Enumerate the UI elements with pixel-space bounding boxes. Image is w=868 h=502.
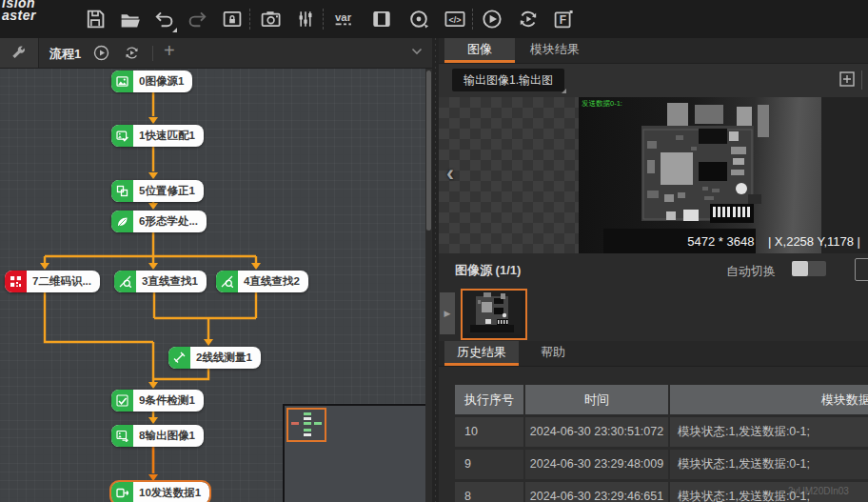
format-icon[interactable]: F — [552, 8, 575, 30]
table-row-cell[interactable]: 2024-06-30 23:30:51:072 — [525, 417, 668, 447]
tab-history-results[interactable]: 历史结果 — [444, 341, 519, 366]
minimap-node — [304, 433, 311, 436]
flow-node-morphology[interactable]: 6形态学处... — [111, 211, 207, 232]
camera-icon[interactable] — [259, 8, 282, 30]
minimap-node — [291, 422, 299, 425]
tab-help[interactable]: 帮助 — [526, 341, 580, 366]
undo-dropdown-fold[interactable] — [172, 28, 177, 32]
overlay-annotation: 发送数据0-1: — [582, 99, 622, 109]
run-icon[interactable] — [481, 8, 503, 30]
right-panel: 图像 模块结果 输出图像1.输出图 — [439, 38, 868, 502]
io-module-icon[interactable] — [370, 8, 393, 30]
table-row-cell[interactable]: 2024-06-30 23:29:46:651 — [525, 482, 668, 502]
image-resolution: 5472 * 3648 — [687, 234, 754, 249]
svg-text:</>: </> — [448, 15, 461, 25]
script-icon[interactable]: </> — [444, 8, 466, 30]
canvas-scrollbar[interactable] — [425, 69, 432, 502]
minimap-viewport[interactable] — [286, 408, 326, 442]
tab-module-result[interactable]: 模块结果 — [519, 38, 591, 63]
qr-code-icon — [5, 271, 27, 292]
toolbar-divider — [472, 9, 473, 30]
flow-node-qr-code[interactable]: 7二维码识... — [5, 271, 100, 292]
dropdown-fold-icon — [562, 89, 566, 93]
flow-node-position-fix[interactable]: 5位置修正1 — [111, 180, 204, 202]
auto-switch-toggle[interactable] — [792, 261, 826, 276]
watermark: 2vUM20DIn03 — [788, 486, 849, 496]
canvas-scrollbar-thumb[interactable] — [426, 70, 431, 231]
run-loop-icon[interactable] — [124, 45, 140, 61]
run-button[interactable]: 运行 — [855, 258, 868, 281]
flow-node-send-data[interactable]: 10发送数据1 — [111, 482, 209, 502]
position-fix-icon — [111, 180, 133, 202]
morphology-icon — [111, 211, 133, 232]
table-row-cell[interactable]: 模块状态:1,发送数据:0-1; — [670, 417, 868, 447]
column-header-time: 时间 — [525, 385, 668, 414]
table-row-cell[interactable]: 2024-06-30 23:29:48:009 — [525, 450, 668, 479]
pcb-board-image — [615, 103, 777, 241]
table-row-cell[interactable]: 8 — [455, 482, 523, 502]
flowchart-canvas[interactable]: 0图像源1 1快速匹配1 5位置修正1 6形态学处... 7二维码识... 3直… — [0, 68, 432, 502]
table-row-cell[interactable]: 模块状态:1,发送数据:0-1; — [670, 450, 868, 479]
open-folder-icon[interactable] — [118, 8, 141, 30]
output-image-dropdown[interactable]: 输出图像1.输出图 — [452, 69, 564, 91]
prev-image-chevron[interactable]: ‹ — [446, 160, 454, 187]
minimap-node — [304, 412, 311, 415]
fast-match-icon — [111, 125, 133, 147]
node-label: 5位置修正1 — [133, 180, 204, 202]
expand-thumbnails-arrow[interactable]: ▶ — [440, 292, 455, 334]
tools-button[interactable] — [0, 38, 39, 68]
flow-node-condition-check[interactable]: 9条件检测1 — [111, 390, 204, 412]
toolbar-divider — [249, 9, 250, 30]
save-icon[interactable] — [84, 8, 107, 30]
viewer-background — [821, 97, 868, 253]
parameters-icon[interactable] — [294, 8, 317, 30]
node-label: 10发送数据1 — [133, 482, 209, 502]
run-continuous-icon[interactable] — [517, 8, 540, 30]
lock-window-icon[interactable] — [221, 8, 244, 30]
top-toolbar: isionaster var — [0, 0, 868, 38]
tabbar-divider — [152, 46, 153, 61]
global-trigger-icon[interactable] — [407, 8, 430, 30]
flow-node-line-measure[interactable]: 2线线测量1 — [168, 347, 261, 369]
flowchart-minimap[interactable] — [283, 404, 429, 502]
run-once-icon[interactable] — [93, 45, 109, 61]
app-logo: isionaster — [2, 0, 36, 22]
node-label: 3直线查找1 — [136, 271, 207, 292]
flow-node-line-find-1[interactable]: 3直线查找1 — [114, 271, 207, 292]
table-row-cell[interactable]: 10 — [455, 417, 523, 447]
image-source-label: 图像源 (1/1) — [455, 262, 521, 279]
column-header-exec-no: 执行序号 — [455, 385, 523, 414]
redo-icon[interactable] — [187, 8, 209, 30]
table-row-cell[interactable]: 9 — [455, 450, 523, 479]
flow-tab-bar: 流程1 + — [0, 38, 432, 68]
bottom-tabs-bar: 历史结果 帮助 — [439, 341, 868, 367]
viewer-status: 5472 * 3648 | X,2258 Y,1178 | — [687, 234, 860, 249]
undo-icon[interactable] — [152, 8, 175, 30]
flow-node-fast-match[interactable]: 1快速匹配1 — [111, 125, 204, 147]
image-layout-icon[interactable] — [838, 70, 856, 88]
svg-text:var: var — [335, 11, 352, 23]
minimap-node — [304, 422, 311, 425]
node-label: 7二维码识... — [27, 271, 100, 292]
visionmaster-window: isionaster var — [0, 0, 868, 502]
toolbar-divider — [323, 9, 324, 30]
send-data-icon — [111, 482, 133, 502]
chevron-down-icon[interactable] — [411, 48, 423, 55]
add-flow-button[interactable]: + — [164, 40, 175, 62]
tab-process-1[interactable]: 流程1 — [49, 46, 81, 63]
thumbnail-pcb-image — [463, 291, 522, 334]
variables-icon[interactable]: var — [332, 8, 355, 30]
flow-node-image-source[interactable]: 0图像源1 — [111, 70, 192, 92]
source-thumbnail[interactable] — [461, 289, 527, 340]
flow-node-line-find-2[interactable]: 4直线查找2 — [216, 271, 308, 292]
minimap-node — [304, 417, 311, 420]
image-source-icon — [111, 70, 133, 92]
node-label: 0图像源1 — [133, 70, 192, 92]
cursor-coordinates: | X,2258 Y,1178 | — [768, 234, 860, 249]
tab-image[interactable]: 图像 — [444, 38, 515, 63]
flow-node-image-output[interactable]: 8输出图像1 — [111, 425, 204, 447]
image-viewer[interactable]: 发送数据0-1: ‹ 5472 * 3648 | X,2258 Y,1178 | — [439, 97, 868, 253]
node-label: 6形态学处... — [133, 211, 207, 232]
thumbnail-strip: ▶ — [439, 286, 868, 341]
panel-splitter[interactable] — [432, 38, 439, 502]
